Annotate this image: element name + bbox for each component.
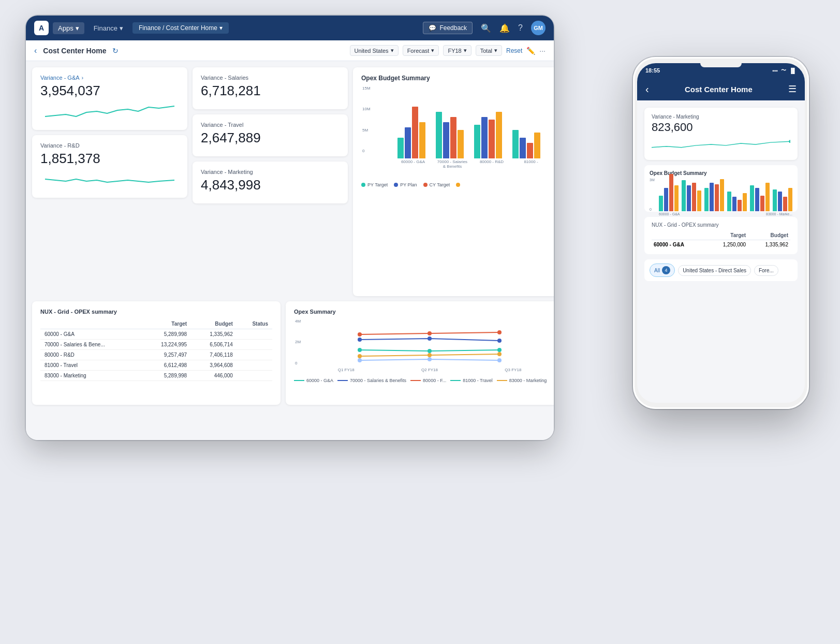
bar: [682, 180, 686, 211]
tablet-content: Variance - G&A 3,954,037 Variance - R&D …: [26, 61, 554, 440]
tab-forecast-label: Fore...: [759, 268, 774, 273]
variance-marketing-value: 4,843,998: [201, 177, 340, 193]
row-label: 80000 - R&D: [40, 349, 141, 360]
bar-group-4: [512, 130, 540, 158]
bar: [732, 197, 736, 211]
view-filter[interactable]: Forecast: [403, 45, 439, 56]
bar: [450, 117, 456, 158]
phone-col-target: Target: [705, 231, 748, 240]
svg-point-5: [497, 339, 502, 343]
phone-nux-title: NUX - Grid - OPEX summary: [652, 222, 790, 228]
notifications-icon[interactable]: 🔔: [499, 23, 510, 33]
phone-bar-group-2: [682, 180, 701, 211]
svg-point-0: [358, 332, 362, 336]
y-axis-labels: 15M10M5M0: [362, 86, 371, 153]
tab-forecast[interactable]: Fore...: [754, 265, 778, 276]
legend-py-plan: PY Plan: [394, 182, 417, 187]
phone-content: Variance - Marketing 823,600 Opex Budget…: [637, 100, 805, 288]
opex-budget-chart: 15M10M5M0: [361, 86, 554, 179]
variance-rnd-card: Variance - R&D 1,851,378: [32, 135, 187, 198]
row-budget: 1,335,962: [191, 329, 237, 339]
nav-finance[interactable]: Finance: [89, 22, 128, 34]
tab-direct-sales-label: United States - Direct Sales: [683, 268, 746, 273]
phone-nav-title: Cost Center Home: [655, 85, 782, 94]
bar: [720, 179, 724, 211]
bar-group-3: [474, 112, 502, 158]
bar: [489, 120, 495, 158]
variance-rnd-value: 1,851,378: [40, 151, 179, 167]
user-avatar[interactable]: GM: [531, 21, 546, 35]
svg-point-1: [428, 331, 432, 335]
bar: [481, 117, 488, 158]
phone-nux-grid-card: NUX - Grid - OPEX summary Target Budget …: [644, 217, 798, 254]
phone-variance-marketing-value: 823,600: [652, 121, 790, 134]
legend-py-target: PY Target: [361, 182, 388, 187]
svg-point-8: [497, 348, 502, 352]
row-target: 13,224,995: [141, 339, 191, 349]
bar: [788, 188, 792, 211]
total-filter[interactable]: Total: [476, 45, 502, 56]
nav-breadcrumb[interactable]: Finance / Cost Center Home: [132, 22, 229, 34]
tab-all[interactable]: All 4: [650, 264, 675, 277]
opex-x-labels: Q1 FY18Q2 FY18Q3 FY18: [294, 368, 554, 372]
bar: [715, 184, 719, 211]
variance-travel-value: 2,647,889: [201, 130, 340, 146]
opex-legend: 60000 - G&A 70000 - Salaries & Benefits …: [294, 378, 554, 383]
bars-container: [382, 86, 550, 158]
phone-menu-icon[interactable]: ☰: [788, 83, 797, 95]
bottom-row: NUX - Grid - OPEX summary Target Budget …: [32, 301, 554, 405]
phone-row-label: 60000 - G&A: [652, 240, 705, 250]
more-icon[interactable]: ···: [539, 47, 546, 55]
period-filter[interactable]: FY18: [443, 45, 471, 56]
tab-all-label: All: [654, 268, 660, 273]
row-status: [237, 339, 272, 349]
legend-cy-target: CY Target: [423, 182, 450, 187]
row-status: [237, 360, 272, 370]
row-target: 5,289,998: [141, 329, 191, 339]
phone-screen: 18:55 ▪▪▪ 〜 ▐▌ ‹ Cost Center Home ☰ Vari…: [637, 63, 805, 403]
col-header-target: Target: [141, 319, 191, 329]
row-budget: 6,506,714: [191, 339, 237, 349]
phone-back-icon[interactable]: ‹: [645, 83, 649, 95]
bar: [405, 127, 411, 158]
nav-right-actions: 💬 Feedback 🔍 🔔 ? GM: [423, 21, 546, 35]
bar: [512, 130, 519, 158]
variance-travel-title: Variance - Travel: [201, 122, 340, 128]
variance-marketing-card: Variance - Marketing 4,843,998: [193, 162, 348, 203]
row-label: 83000 - Marketing: [40, 370, 141, 380]
phone-variance-marketing-card: Variance - Marketing 823,600: [644, 108, 798, 160]
table-row: 70000 - Salaries & Bene... 13,224,995 6,…: [40, 339, 272, 349]
edit-icon[interactable]: ✏️: [526, 47, 535, 55]
phone-table-row: 60000 - G&A 1,250,000 1,335,962: [652, 240, 790, 250]
search-icon[interactable]: 🔍: [481, 23, 491, 33]
refresh-icon[interactable]: ↻: [112, 47, 119, 55]
phone-x-labels: 60000 - G&A 83000 - Marke...: [650, 212, 792, 216]
bar: [474, 125, 480, 158]
wifi-icon: 〜: [781, 67, 786, 74]
tab-direct-sales[interactable]: United States - Direct Sales: [678, 265, 751, 276]
bar: [419, 122, 425, 158]
variance-travel-card: Variance - Travel 2,647,889: [193, 114, 348, 156]
help-icon[interactable]: ?: [518, 23, 523, 33]
back-icon[interactable]: ‹: [34, 46, 37, 55]
variance-rnd-title: Variance - R&D: [40, 142, 179, 149]
variance-salaries-value: 6,718,281: [201, 83, 340, 99]
variance-ga-title[interactable]: Variance - G&A: [40, 75, 179, 81]
nav-apps[interactable]: Apps: [53, 22, 84, 34]
svg-point-4: [428, 336, 432, 341]
variance-salaries-card: Variance - Salaries 6,718,281: [193, 67, 348, 109]
variance-ga-value: 3,954,037: [40, 83, 179, 99]
phone-bottom-tabs: All 4 United States - Direct Sales Fore.…: [644, 259, 798, 281]
row-status: [237, 329, 272, 339]
bar: [738, 200, 742, 211]
bar: [436, 112, 442, 158]
region-filter[interactable]: United States: [350, 45, 399, 56]
row-status: [237, 370, 272, 380]
table-row: 81000 - Travel 6,612,498 3,964,608: [40, 360, 272, 370]
col-header-label: [40, 319, 141, 329]
feedback-button[interactable]: 💬 Feedback: [423, 22, 473, 34]
reset-button[interactable]: Reset: [506, 47, 522, 54]
legend-ga: 60000 - G&A: [294, 378, 333, 383]
bar: [778, 192, 782, 211]
opex-line-chart: [294, 319, 554, 365]
